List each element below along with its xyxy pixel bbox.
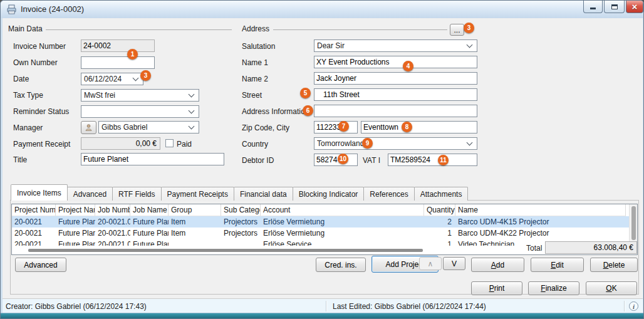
reminder-status-select[interactable] [81, 105, 199, 118]
status-divider [624, 301, 625, 311]
table-header-row[interactable]: Project Number Project Name Job Number J… [12, 204, 629, 216]
name1-field[interactable] [314, 56, 477, 68]
col-name[interactable]: Name [455, 204, 626, 216]
add-button[interactable]: Add [471, 258, 524, 272]
paid-checkbox[interactable] [165, 139, 174, 147]
advanced-button[interactable]: Advanced [15, 258, 66, 272]
manager-select[interactable]: Gibbs Gabriel [98, 121, 199, 133]
total-label: Total [526, 244, 542, 253]
title-field[interactable] [81, 153, 224, 165]
info-icon[interactable]: i [629, 301, 638, 311]
window-bottom-edge [1, 313, 644, 319]
total-field [545, 241, 637, 254]
salutation-value: Dear Sir [317, 41, 467, 50]
minimize-icon [590, 8, 596, 9]
edit-button[interactable]: Edit [531, 258, 584, 272]
date-label: Date [13, 75, 29, 83]
table-row[interactable]: 20-0021 Future Planet 20-0021.01 Future … [12, 227, 629, 239]
tab-blocking-indicator[interactable]: Blocking Indicator [293, 187, 365, 201]
vat-label: VAT I [363, 156, 380, 165]
date-value: 06/12/2024 [84, 75, 133, 83]
tab-rtf-fields[interactable]: RTF Fields [112, 187, 161, 201]
col-project-name[interactable]: Project Name [56, 204, 95, 216]
cell-name: Barco UDM-4K15 Projector [455, 216, 626, 227]
window-title: Invoice (24-0002) [21, 4, 84, 14]
cell-group: Item [169, 227, 221, 239]
titlebar[interactable]: Invoice (24-0002) × [1, 1, 643, 18]
tab-invoice-items[interactable]: Invoice Items [11, 184, 68, 201]
manager-picker-button[interactable] [81, 121, 96, 134]
scrollbar-thumb[interactable] [631, 206, 636, 240]
delete-button[interactable]: Delete [590, 258, 638, 272]
main-data-legend: Main Data [8, 24, 43, 33]
cell-sub-category: Projectors [221, 216, 261, 227]
tax-type-label: Tax Type [13, 91, 43, 100]
date-field[interactable]: 06/12/2024 [81, 73, 143, 85]
tab-advanced[interactable]: Advanced [67, 187, 113, 201]
own-number-field[interactable] [81, 56, 155, 69]
address-information-label: Address Information [242, 107, 309, 116]
city-field[interactable] [361, 121, 477, 133]
cell-sub-category: Projectors [221, 227, 261, 239]
col-sub-category[interactable]: Sub Category [221, 204, 261, 216]
invoice-items-table: Project Number Project Name Job Number J… [11, 204, 638, 255]
debtor-id-field[interactable] [314, 154, 358, 166]
minimize-button[interactable] [583, 1, 603, 13]
cell-account: Erlöse Vermietung [261, 227, 424, 239]
payment-receipt-label: Payment Receipt [13, 140, 70, 149]
chevron-down-icon [467, 41, 473, 48]
cell-account: Erlöse Service [261, 239, 424, 246]
invoice-number-field [81, 39, 155, 52]
table-row[interactable]: 20-0021 Future Planet 20-0021.01 Future … [12, 216, 629, 227]
reminder-status-label: Reminder Status [13, 107, 69, 116]
address-information-field[interactable] [314, 105, 477, 117]
close-button[interactable]: × [626, 1, 643, 13]
address-browse-button[interactable]: ... [450, 24, 464, 36]
col-job-number[interactable]: Job Number [95, 204, 130, 216]
cred-ins-button[interactable]: Cred. ins. [316, 258, 366, 272]
chevron-down-icon [189, 123, 195, 129]
maximize-button[interactable] [604, 1, 625, 13]
address-legend-line [273, 29, 447, 30]
status-divider [326, 301, 326, 311]
cell-account: Erlöse Vermietung [261, 216, 424, 227]
tab-financial-data[interactable]: Financial data [234, 187, 293, 201]
vertical-scrollbar[interactable] [629, 204, 637, 246]
country-select[interactable]: Tomorrowland [314, 137, 477, 150]
badge-11: 11 [438, 155, 449, 165]
move-down-button[interactable]: V [443, 257, 465, 270]
col-quantity[interactable]: Quantity [424, 204, 455, 216]
cell-project-number: 20-0021 [12, 239, 56, 246]
print-button[interactable]: Print [471, 281, 522, 295]
street-field[interactable] [314, 88, 477, 101]
cell-quantity: 2 [424, 216, 455, 227]
title-label: Title [13, 155, 27, 164]
col-group[interactable]: Group [169, 204, 221, 216]
main-data-legend-line [46, 29, 232, 30]
finalize-button[interactable]: Finalize [528, 281, 579, 295]
country-label: Country [242, 140, 268, 149]
cell-job-number: 20-0021.01 [95, 227, 130, 239]
horizontal-scrollbar[interactable] [28, 249, 423, 252]
tab-strip: Invoice Items Advanced RTF Fields Paymen… [11, 184, 467, 201]
col-job-name[interactable]: Job Name [130, 204, 169, 216]
badge-6: 6 [303, 105, 313, 116]
ok-button[interactable]: OK [586, 281, 637, 295]
col-project-number[interactable]: Project Number [12, 204, 56, 216]
salutation-select[interactable]: Dear Sir [314, 39, 477, 52]
tab-references[interactable]: References [363, 187, 414, 201]
own-number-label: Own Number [13, 58, 58, 67]
badge-10: 10 [338, 154, 348, 164]
tax-type-select[interactable]: MwSt frei [81, 89, 199, 102]
zip-field[interactable] [314, 121, 358, 133]
badge-4: 4 [403, 61, 413, 71]
chevron-down-icon [467, 139, 473, 145]
name2-field[interactable] [314, 72, 477, 85]
vat-field[interactable] [388, 154, 477, 166]
cell-job-name: Future Planet [130, 227, 169, 239]
badge-5: 5 [300, 88, 311, 98]
tab-payment-receipts[interactable]: Payment Receipts [161, 187, 234, 201]
col-account[interactable]: Account [261, 204, 424, 216]
country-value: Tomorrowland [317, 139, 467, 148]
tab-attachments[interactable]: Attachments [414, 187, 469, 201]
